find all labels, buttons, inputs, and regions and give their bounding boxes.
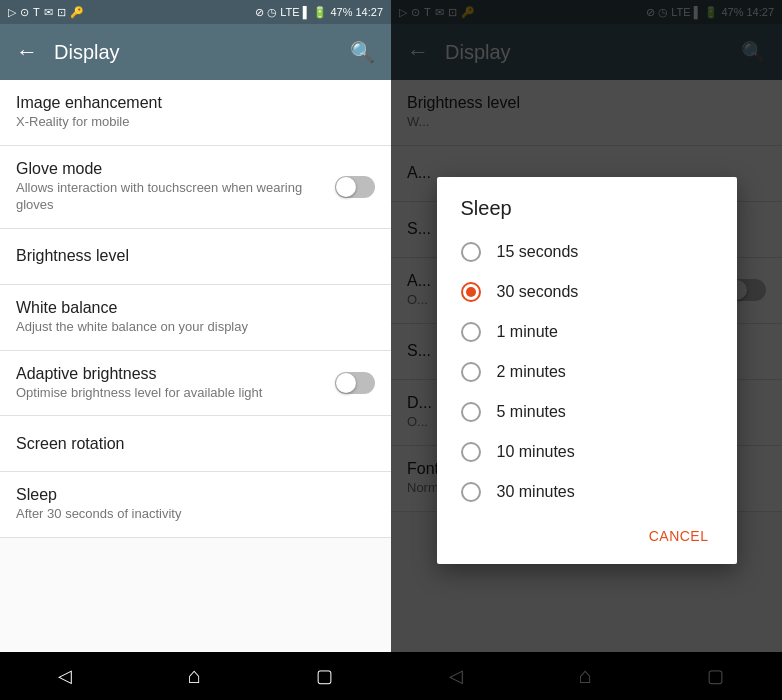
notification-icon: ▷ [8, 6, 16, 19]
dialog-cancel-button[interactable]: CANCEL [637, 520, 721, 552]
setting-item-glove-mode[interactable]: Glove mode Allows interaction with touch… [0, 146, 391, 229]
radio-label-2m: 2 minutes [497, 363, 566, 381]
setting-image-enhancement-title: Image enhancement [16, 94, 375, 112]
radio-label-10m: 10 minutes [497, 443, 575, 461]
setting-item-image-enhancement[interactable]: Image enhancement X-Reality for mobile [0, 80, 391, 146]
dialog-option-30m[interactable]: 30 minutes [437, 472, 737, 512]
radio-1m [461, 322, 481, 342]
t-icon: T [33, 6, 40, 18]
radio-10m [461, 442, 481, 462]
radio-label-5m: 5 minutes [497, 403, 566, 421]
left-toolbar-title: Display [54, 41, 334, 64]
dialog-option-30s[interactable]: 30 seconds [437, 272, 737, 312]
setting-item-glove-mode-text: Glove mode Allows interaction with touch… [16, 160, 335, 214]
left-nav-bar: ◁ ⌂ ▢ [0, 652, 391, 700]
radio-30s [461, 282, 481, 302]
left-home-nav[interactable]: ⌂ [187, 663, 200, 689]
setting-item-screen-rotation-text: Screen rotation [16, 435, 375, 453]
left-status-right: ⊘ ◷ LTE ▌ 🔋 47% 14:27 [255, 6, 383, 19]
dialog-option-2m[interactable]: 2 minutes [437, 352, 737, 392]
setting-adaptive-brightness-title: Adaptive brightness [16, 365, 335, 383]
setting-adaptive-brightness-subtitle: Optimise brightness level for available … [16, 385, 335, 402]
setting-item-brightness-text: Brightness level [16, 247, 375, 265]
adaptive-brightness-toggle[interactable] [335, 372, 375, 394]
left-status-bar: ▷ ⊙ T ✉ ⊡ 🔑 ⊘ ◷ LTE ▌ 🔋 47% 14:27 [0, 0, 391, 24]
setting-brightness-title: Brightness level [16, 247, 375, 265]
left-search-button[interactable]: 🔍 [350, 40, 375, 64]
radio-label-1m: 1 minute [497, 323, 558, 341]
setting-screen-rotation-title: Screen rotation [16, 435, 375, 453]
left-time: 14:27 [355, 6, 383, 18]
left-status-icons: ▷ ⊙ T ✉ ⊡ 🔑 [8, 6, 84, 19]
dialog-option-15s[interactable]: 15 seconds [437, 232, 737, 272]
setting-white-balance-title: White balance [16, 299, 375, 317]
dialog-title: Sleep [437, 177, 737, 232]
setting-white-balance-subtitle: Adjust the white balance on your display [16, 319, 375, 336]
dialog-option-5m[interactable]: 5 minutes [437, 392, 737, 432]
left-recents-nav[interactable]: ▢ [316, 665, 333, 687]
alarm-icon: ◷ [267, 6, 277, 19]
setting-item-white-balance[interactable]: White balance Adjust the white balance o… [0, 285, 391, 351]
setting-sleep-title: Sleep [16, 486, 375, 504]
radio-15s [461, 242, 481, 262]
left-toolbar: ← Display 🔍 [0, 24, 391, 80]
radio-30m [461, 482, 481, 502]
setting-item-white-balance-text: White balance Adjust the white balance o… [16, 299, 375, 336]
radio-label-30m: 30 minutes [497, 483, 575, 501]
lte-label: LTE [280, 6, 299, 18]
setting-item-sleep-text: Sleep After 30 seconds of inactivity [16, 486, 375, 523]
no-sim-icon: ⊘ [255, 6, 264, 19]
left-back-button[interactable]: ← [16, 39, 38, 65]
radio-5m [461, 402, 481, 422]
glove-mode-toggle[interactable] [335, 176, 375, 198]
left-content: Image enhancement X-Reality for mobile G… [0, 80, 391, 652]
radio-label-15s: 15 seconds [497, 243, 579, 261]
setting-item-adaptive-brightness[interactable]: Adaptive brightness Optimise brightness … [0, 351, 391, 417]
dialog-option-10m[interactable]: 10 minutes [437, 432, 737, 472]
wifi-icon: ⊙ [20, 6, 29, 19]
setting-item-brightness-level[interactable]: Brightness level [0, 229, 391, 285]
radio-label-30s: 30 seconds [497, 283, 579, 301]
setting-sleep-subtitle: After 30 seconds of inactivity [16, 506, 375, 523]
dialog-overlay: Sleep 15 seconds 30 seconds 1 minute [391, 0, 782, 700]
setting-item-image-enhancement-text: Image enhancement X-Reality for mobile [16, 94, 375, 131]
right-panel-container: ▷ ⊙ T ✉ ⊡ 🔑 ⊘ ◷ LTE ▌ 🔋 47% 14:27 ← Disp… [391, 0, 782, 700]
setting-item-sleep[interactable]: Sleep After 30 seconds of inactivity [0, 472, 391, 538]
dialog-option-1m[interactable]: 1 minute [437, 312, 737, 352]
setting-item-adaptive-brightness-text: Adaptive brightness Optimise brightness … [16, 365, 335, 402]
battery-icon: 🔋 [313, 6, 327, 19]
radio-2m [461, 362, 481, 382]
left-panel: ▷ ⊙ T ✉ ⊡ 🔑 ⊘ ◷ LTE ▌ 🔋 47% 14:27 ← Disp… [0, 0, 391, 700]
left-battery-pct: 47% [330, 6, 352, 18]
sleep-dialog: Sleep 15 seconds 30 seconds 1 minute [437, 177, 737, 564]
signal-icon: ▌ [303, 6, 311, 18]
left-back-nav[interactable]: ◁ [58, 665, 72, 687]
setting-item-screen-rotation[interactable]: Screen rotation [0, 416, 391, 472]
key-icon: 🔑 [70, 6, 84, 19]
setting-glove-mode-subtitle: Allows interaction with touchscreen when… [16, 180, 335, 214]
email-icon: ✉ [44, 6, 53, 19]
setting-image-enhancement-subtitle: X-Reality for mobile [16, 114, 375, 131]
dialog-actions: CANCEL [437, 512, 737, 556]
maps-icon: ⊡ [57, 6, 66, 19]
setting-glove-mode-title: Glove mode [16, 160, 335, 178]
radio-30s-inner [466, 287, 476, 297]
